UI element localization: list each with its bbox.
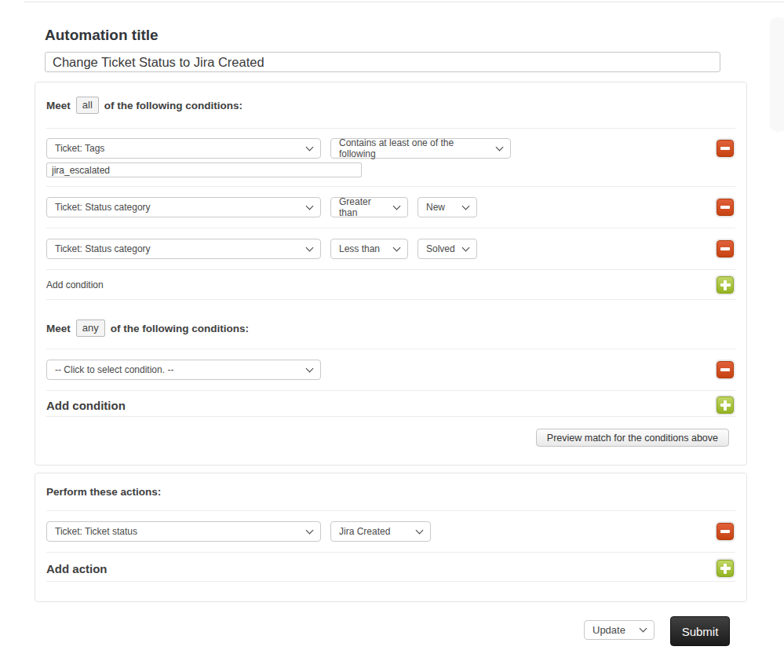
plus-icon xyxy=(720,564,731,574)
add-action-row: Add action xyxy=(46,552,735,581)
add-condition-all-row: Add condition xyxy=(46,269,735,299)
chevron-down-icon xyxy=(306,364,314,372)
form-footer: Update Submit xyxy=(35,616,747,646)
chevron-down-icon xyxy=(640,625,647,633)
add-condition-button[interactable] xyxy=(717,276,734,294)
remove-condition-button[interactable] xyxy=(717,140,734,157)
add-action-button[interactable] xyxy=(717,560,734,577)
condition-operator-select[interactable]: Less than xyxy=(330,239,408,259)
select-condition-placeholder[interactable]: -- Click to select condition. -- xyxy=(46,360,321,380)
add-condition-link[interactable]: Add condition xyxy=(46,399,126,412)
add-condition-link[interactable]: Add condition xyxy=(46,279,104,290)
quantifier-any-select[interactable]: any xyxy=(76,320,105,337)
chevron-down-icon xyxy=(462,243,470,251)
condition-operator-select[interactable]: Contains at least one of the following xyxy=(330,138,511,159)
action-row: Ticket: Ticket status Jira Created xyxy=(46,510,735,552)
action-field-select[interactable]: Ticket: Ticket status xyxy=(46,521,321,542)
chevron-down-icon xyxy=(393,202,401,210)
condition-tags-value-input[interactable] xyxy=(46,163,362,177)
meet-suffix: of the following conditions: xyxy=(111,323,249,334)
condition-field-select[interactable]: Ticket: Status category xyxy=(46,239,321,259)
minus-icon xyxy=(720,368,730,371)
meet-prefix: Meet xyxy=(46,100,71,111)
submit-mode-select[interactable]: Update xyxy=(584,620,655,640)
meet-all-heading: Meet all of the following conditions: xyxy=(46,82,735,128)
automation-editor: Automation title Meet all of the followi… xyxy=(35,26,747,646)
condition-operator-select[interactable]: Greater than xyxy=(330,197,408,217)
preview-row: Preview match for the conditions above xyxy=(46,416,735,465)
add-condition-button[interactable] xyxy=(717,396,734,414)
automation-title-input[interactable] xyxy=(45,52,720,72)
add-action-link[interactable]: Add action xyxy=(46,562,108,575)
minus-icon xyxy=(720,147,730,150)
conditions-panel: Meet all of the following conditions: Ti… xyxy=(35,82,747,466)
chevron-down-icon xyxy=(462,202,470,210)
chevron-down-icon xyxy=(306,143,314,151)
condition-value-select[interactable]: New xyxy=(418,197,477,217)
actions-panel-spacer xyxy=(46,581,735,601)
meet-suffix: of the following conditions: xyxy=(104,100,242,111)
chevron-down-icon xyxy=(306,243,314,251)
condition-field-select[interactable]: Ticket: Status category xyxy=(46,197,321,217)
condition-row-empty: -- Click to select condition. -- xyxy=(46,349,735,390)
minus-icon xyxy=(720,530,730,533)
remove-condition-button[interactable] xyxy=(717,199,734,216)
page-title: Automation title xyxy=(45,26,747,44)
submit-button[interactable]: Submit xyxy=(670,616,730,646)
chevron-down-icon xyxy=(416,526,424,534)
minus-icon xyxy=(720,247,730,250)
scrollbar-thumb[interactable] xyxy=(770,17,784,132)
chevron-down-icon xyxy=(306,202,314,210)
condition-value-select[interactable]: Solved xyxy=(418,239,477,259)
action-value-select[interactable]: Jira Created xyxy=(330,521,431,542)
condition-row-status-less: Ticket: Status category Less than Solved xyxy=(46,228,735,269)
condition-field-select[interactable]: Ticket: Tags xyxy=(46,138,321,159)
remove-action-button[interactable] xyxy=(717,523,734,540)
remove-condition-button[interactable] xyxy=(717,361,734,378)
chevron-down-icon xyxy=(306,526,314,534)
minus-icon xyxy=(720,206,730,209)
top-divider xyxy=(24,2,784,2)
chevron-down-icon xyxy=(496,143,504,151)
actions-panel: Perform these actions: Ticket: Ticket st… xyxy=(35,473,747,602)
remove-condition-button[interactable] xyxy=(717,240,734,257)
actions-heading: Perform these actions: xyxy=(46,473,735,510)
add-condition-any-row: Add condition xyxy=(46,390,735,416)
plus-icon xyxy=(720,280,731,290)
preview-match-button[interactable]: Preview match for the conditions above xyxy=(536,429,729,447)
chevron-down-icon xyxy=(393,243,401,251)
condition-row-status-greater: Ticket: Status category Greater than New xyxy=(46,186,735,228)
quantifier-all-select[interactable]: all xyxy=(76,97,99,114)
meet-any-heading: Meet any of the following conditions: xyxy=(46,299,735,349)
plus-icon xyxy=(720,400,731,411)
meet-prefix: Meet xyxy=(46,323,71,334)
condition-row-tags: Ticket: Tags Contains at least one of th… xyxy=(46,128,735,186)
